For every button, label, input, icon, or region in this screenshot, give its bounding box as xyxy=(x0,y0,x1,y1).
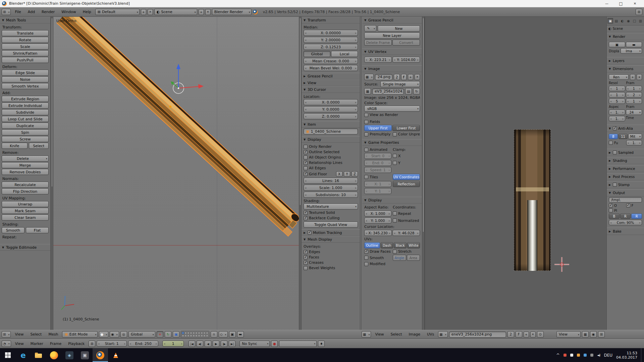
view-as-render-checkbox[interactable] xyxy=(364,113,368,117)
merge-button[interactable]: Merge xyxy=(2,162,49,168)
tray-app-icon[interactable] xyxy=(570,354,573,357)
image-name-field[interactable]: 24.png xyxy=(375,74,392,80)
mesh-display-panel-header[interactable]: Mesh Display xyxy=(308,237,332,242)
all-edges-checkbox[interactable] xyxy=(304,166,308,170)
axis-z-toggle[interactable]: Z xyxy=(352,171,358,177)
cursor-2d-x-field[interactable]: X: 345.230 xyxy=(364,230,392,236)
grease-pencil-panel-header-uv[interactable]: Grease Pencil xyxy=(368,18,393,22)
global-button[interactable]: Global xyxy=(304,51,330,57)
smooth-vertex-button[interactable]: Smooth Vertex xyxy=(2,83,49,89)
frame-end-field[interactable]: 2 xyxy=(626,92,642,98)
uv-black-button[interactable]: Black xyxy=(394,242,407,248)
knife-button[interactable]: Knife xyxy=(2,143,28,149)
aa-samples-11-button[interactable]: 11 xyxy=(619,134,628,139)
fps-select[interactable]: 24 xyxy=(626,110,642,115)
cursor-2d-y-field[interactable]: Y: 46.028 xyxy=(392,230,420,236)
game-properties-panel-header[interactable]: Game Properties xyxy=(368,140,399,145)
menu-window[interactable]: Window xyxy=(59,9,78,15)
npanel-scrollbar[interactable] xyxy=(299,17,302,330)
output-path-field[interactable]: /tmp\ xyxy=(609,197,642,202)
full-sample-checkbox[interactable] xyxy=(609,141,613,145)
aspect-x-field-props[interactable]: 1. xyxy=(609,110,625,115)
show-desktop-button[interactable] xyxy=(641,348,643,362)
tiles-y-field[interactable]: Y: 1 xyxy=(364,188,391,194)
relationship-lines-checkbox[interactable] xyxy=(304,161,308,165)
toggle-editmode-header[interactable]: Toggle Editmode xyxy=(6,245,37,250)
insert-keyframe-button[interactable] xyxy=(318,341,325,347)
aspect-y-field-props[interactable]: 1. xyxy=(609,116,625,121)
only-render-checkbox[interactable] xyxy=(304,145,308,149)
anim-end-field[interactable]: End: 0 xyxy=(364,160,391,166)
display-panel-header-uv[interactable]: Display xyxy=(368,198,382,202)
snap-element-select[interactable] xyxy=(219,331,228,338)
image-users-button-header[interactable]: 2 xyxy=(507,331,514,338)
start-button[interactable] xyxy=(0,348,15,362)
delete-layout-button[interactable] xyxy=(148,9,153,15)
add-scene-button[interactable] xyxy=(199,9,204,15)
grid-subdivisions-field[interactable]: Subdivisions: 10 xyxy=(304,192,358,198)
tray-app-icon[interactable] xyxy=(590,354,593,357)
taskbar-browser-button[interactable] xyxy=(15,348,31,362)
fake-user-button[interactable]: F xyxy=(401,74,407,80)
unwrap-button[interactable]: Unwrap xyxy=(2,201,49,207)
viewport-3d[interactable]: User Ortho (1) 1_0400_Schiene xyxy=(53,17,299,330)
opengl-render-button[interactable] xyxy=(229,331,236,338)
median-z-field[interactable]: Z: 0.12523 xyxy=(304,44,358,50)
maximize-button[interactable] xyxy=(614,0,628,7)
transform-orientation-select[interactable]: Global xyxy=(128,331,155,338)
menu-file[interactable]: File xyxy=(12,9,23,15)
image-menu[interactable]: Image xyxy=(406,331,423,337)
flip-direction-button[interactable]: Flip Direction xyxy=(2,188,49,194)
aa-samples-8-button[interactable]: 8 xyxy=(609,134,618,139)
median-y-field[interactable]: Y: 2.00000 xyxy=(304,37,358,43)
textured-solid-checkbox[interactable] xyxy=(304,211,308,215)
uv-vertex-y-field[interactable]: Y: 1024.00 xyxy=(392,57,420,63)
anim-start-field[interactable]: Start: 0 xyxy=(364,153,391,159)
grid-lines-field[interactable]: Lines: 16 xyxy=(304,178,358,184)
cursor-panel-header[interactable]: 3D Cursor xyxy=(308,87,326,92)
knife-select-button[interactable]: Select xyxy=(29,143,49,149)
new-image-button[interactable] xyxy=(408,74,413,80)
menu-render[interactable]: Render xyxy=(39,9,57,15)
select-menu-uv[interactable]: Select xyxy=(388,331,405,337)
uv-draw-type-button[interactable] xyxy=(582,331,589,338)
uv-sticky-select[interactable]: View xyxy=(556,331,581,338)
use-preview-range-button[interactable] xyxy=(89,341,95,347)
unlink-image-button-header[interactable] xyxy=(530,331,536,338)
delete-preset-button[interactable] xyxy=(637,74,642,80)
render-panel-header[interactable]: Render xyxy=(613,35,625,39)
tray-app-icon[interactable] xyxy=(564,354,567,357)
new-layer-button[interactable]: New Layer xyxy=(364,33,420,39)
item-panel-header[interactable]: Item xyxy=(308,122,316,127)
sync-mode-select[interactable]: No Sync xyxy=(239,341,270,347)
stretch-angle-button[interactable]: Angle xyxy=(393,255,406,261)
uv-snap-button[interactable] xyxy=(598,331,605,338)
reflection-button[interactable]: Reflection xyxy=(393,181,420,187)
aspect-y-field[interactable]: Y: 1.000 xyxy=(364,218,391,224)
add-layout-button[interactable] xyxy=(141,9,146,15)
modified-checkbox[interactable] xyxy=(364,262,368,266)
render-tab-icon[interactable] xyxy=(607,18,613,24)
lower-first-button[interactable]: Lower First xyxy=(392,125,420,131)
render-layers-tab-icon[interactable] xyxy=(613,18,619,24)
clear-seam-button[interactable]: Clear Seam xyxy=(2,215,49,221)
opengl-render-anim-button[interactable] xyxy=(237,331,244,338)
extrude-region-button[interactable]: Extrude Region xyxy=(2,96,49,102)
uv-dash-button[interactable]: Dash xyxy=(381,242,393,248)
next-keyframe-button[interactable] xyxy=(221,341,227,347)
toggle-quad-view-button[interactable]: Toggle Quad View xyxy=(304,222,358,228)
timeline-end-field[interactable]: End: 250 xyxy=(128,341,158,347)
display-panel-header[interactable]: Display xyxy=(308,137,321,142)
remove-doubles-button[interactable]: Remove Doubles xyxy=(2,169,49,175)
taskbar-blender-button[interactable] xyxy=(93,348,108,362)
scrollbar-thumb[interactable] xyxy=(423,18,424,232)
mesh-menu[interactable]: Mesh xyxy=(46,331,61,337)
grid-floor-checkbox[interactable] xyxy=(304,172,308,176)
fields-checkbox[interactable] xyxy=(364,120,368,124)
jump-to-end-button[interactable] xyxy=(229,341,235,347)
creases-checkbox[interactable] xyxy=(304,261,308,265)
premultiply-checkbox[interactable] xyxy=(364,132,368,136)
current-frame-field[interactable]: 1 xyxy=(162,341,184,347)
rotate-button[interactable]: Rotate xyxy=(2,37,49,43)
image-users-button[interactable]: 2 xyxy=(394,74,400,80)
